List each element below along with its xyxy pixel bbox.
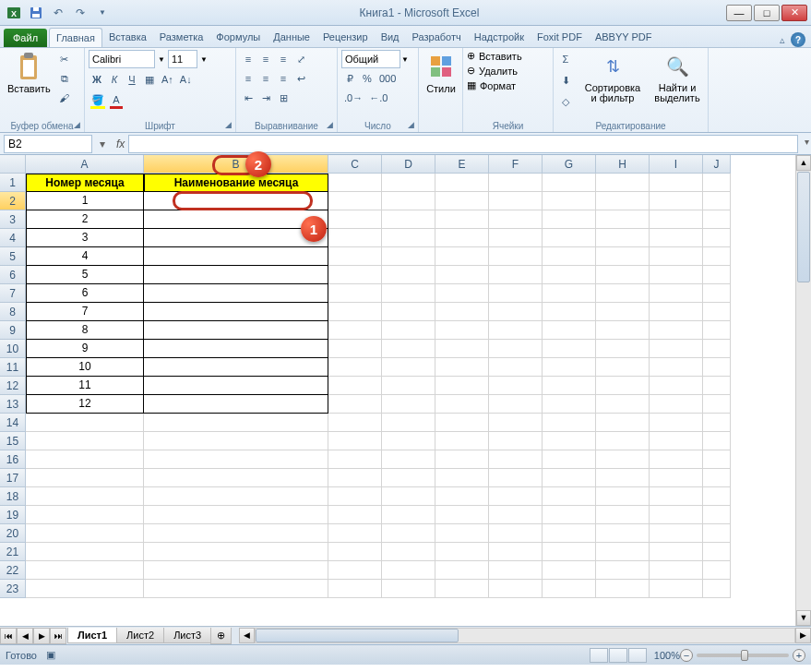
cell[interactable]	[328, 192, 382, 210]
cell[interactable]	[489, 395, 543, 414]
cell[interactable]	[596, 580, 650, 598]
column-header[interactable]: I	[650, 155, 703, 174]
decrease-font-icon[interactable]: A↓	[177, 70, 195, 89]
cell[interactable]	[650, 432, 703, 450]
cut-icon[interactable]: ✂	[56, 50, 73, 68]
cell[interactable]	[144, 358, 328, 377]
column-header[interactable]: F	[489, 155, 543, 174]
cell[interactable]: 11	[26, 377, 144, 395]
cell[interactable]: 8	[26, 321, 144, 340]
cell[interactable]	[489, 229, 543, 247]
ribbon-tab-2[interactable]: Разметка	[153, 28, 210, 47]
cell[interactable]	[650, 395, 703, 414]
cell[interactable]	[328, 524, 382, 543]
cell[interactable]	[596, 450, 650, 469]
cell[interactable]	[26, 580, 144, 598]
row-header[interactable]: 7	[0, 284, 26, 303]
cell[interactable]	[543, 303, 596, 321]
styles-button[interactable]: Стили	[423, 50, 459, 96]
cell[interactable]	[543, 487, 596, 506]
bold-button[interactable]: Ж	[89, 70, 105, 89]
cell[interactable]	[328, 469, 382, 487]
fill-color-button[interactable]: 🪣	[89, 90, 107, 109]
excel-icon[interactable]: X	[4, 3, 24, 23]
cell[interactable]	[382, 321, 435, 340]
cell[interactable]	[489, 358, 543, 377]
cell[interactable]	[328, 358, 382, 377]
cell[interactable]	[435, 377, 489, 395]
cell[interactable]	[543, 414, 596, 432]
cell[interactable]	[144, 561, 328, 580]
cell[interactable]	[144, 266, 328, 284]
cell[interactable]	[650, 284, 703, 303]
sort-filter-button[interactable]: ⇅ Сортировка и фильтр	[579, 50, 646, 105]
qat-dropdown-icon[interactable]: ▼	[92, 3, 113, 23]
cell[interactable]	[382, 561, 435, 580]
cell[interactable]	[328, 229, 382, 247]
cell[interactable]	[650, 321, 703, 340]
align-launcher-icon[interactable]: ◢	[324, 119, 335, 130]
cell[interactable]	[328, 543, 382, 561]
cell[interactable]	[328, 561, 382, 580]
cell[interactable]	[543, 321, 596, 340]
cell[interactable]	[435, 229, 489, 247]
cell[interactable]	[489, 340, 543, 358]
cell[interactable]	[543, 174, 596, 192]
cell[interactable]	[328, 210, 382, 229]
row-header[interactable]: 19	[0, 506, 26, 524]
cell[interactable]	[382, 229, 435, 247]
cell[interactable]	[650, 358, 703, 377]
scroll-up-icon[interactable]: ▲	[796, 155, 811, 171]
close-button[interactable]: ✕	[781, 5, 807, 21]
orientation-icon[interactable]: ⤢	[292, 50, 309, 68]
copy-icon[interactable]: ⧉	[56, 69, 73, 88]
macro-record-icon[interactable]: ▣	[46, 649, 55, 661]
cell[interactable]	[382, 192, 435, 210]
cell[interactable]	[382, 524, 435, 543]
cell[interactable]	[543, 395, 596, 414]
cell[interactable]	[596, 377, 650, 395]
cell[interactable]	[382, 469, 435, 487]
cell[interactable]	[435, 266, 489, 284]
percent-icon[interactable]: %	[359, 69, 376, 88]
font-name-combo[interactable]: Calibri	[89, 50, 155, 68]
cell[interactable]	[703, 395, 731, 414]
cell[interactable]	[650, 543, 703, 561]
cell[interactable]	[543, 229, 596, 247]
cell[interactable]	[543, 432, 596, 450]
cell[interactable]	[543, 210, 596, 229]
cell[interactable]	[382, 395, 435, 414]
cell[interactable]	[703, 192, 731, 210]
italic-button[interactable]: К	[106, 70, 123, 89]
increase-indent-icon[interactable]: ⇥	[257, 89, 274, 107]
ribbon-tab-5[interactable]: Рецензир	[316, 28, 375, 47]
cell[interactable]	[650, 377, 703, 395]
cell[interactable]: 5	[26, 266, 144, 284]
underline-button[interactable]: Ч	[124, 70, 140, 89]
cell[interactable]	[703, 174, 731, 192]
cell[interactable]	[26, 561, 144, 580]
wrap-text-icon[interactable]: ↩	[292, 69, 309, 88]
sheet-last-icon[interactable]: ⏭	[50, 628, 66, 644]
ribbon-tab-4[interactable]: Данные	[267, 28, 316, 47]
insert-cells-button[interactable]: ⊕Вставить	[467, 50, 522, 62]
cell[interactable]	[26, 487, 144, 506]
cell[interactable]	[435, 174, 489, 192]
new-sheet-button[interactable]: ⊕	[210, 628, 232, 644]
cell[interactable]	[328, 174, 382, 192]
currency-icon[interactable]: ₽	[341, 69, 358, 88]
cell[interactable]	[543, 358, 596, 377]
cell[interactable]: 12	[26, 395, 144, 414]
cell[interactable]	[435, 432, 489, 450]
cell[interactable]	[144, 432, 328, 450]
align-right-icon[interactable]: ≡	[275, 69, 292, 88]
sheet-prev-icon[interactable]: ◀	[17, 628, 33, 644]
cell[interactable]	[543, 377, 596, 395]
cell[interactable]	[703, 377, 731, 395]
row-header[interactable]: 15	[0, 432, 26, 450]
page-break-view-button[interactable]	[628, 648, 647, 663]
cell[interactable]	[650, 561, 703, 580]
cell[interactable]	[703, 506, 731, 524]
cell[interactable]	[703, 303, 731, 321]
cell[interactable]	[489, 321, 543, 340]
